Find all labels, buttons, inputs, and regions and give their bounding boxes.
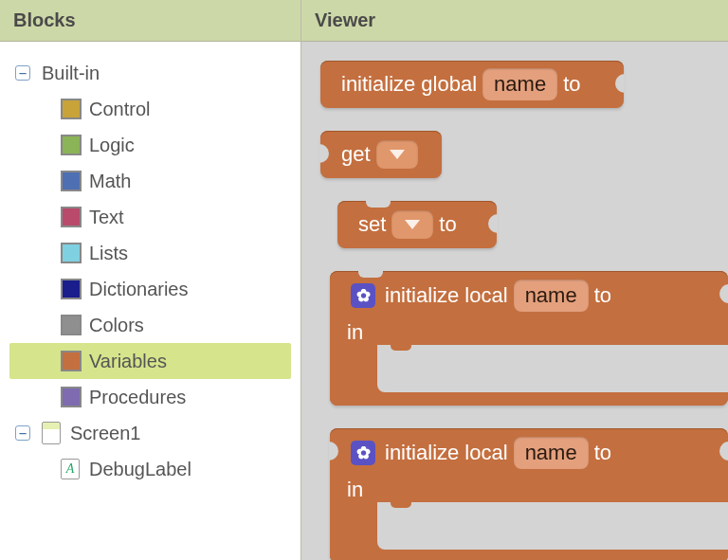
- gear-icon[interactable]: ✿: [351, 283, 375, 308]
- category-procedures[interactable]: Procedures: [9, 379, 291, 415]
- block-text: to: [439, 212, 456, 237]
- blocks-tree: − Built-in ControlLogicMathTextListsDict…: [0, 42, 300, 560]
- category-colors[interactable]: Colors: [9, 307, 291, 343]
- viewer-panel: Viewer initialize global name to get: [301, 0, 728, 560]
- category-label: Lists: [89, 243, 128, 264]
- block-get[interactable]: get: [320, 131, 442, 178]
- category-label: Procedures: [89, 387, 186, 408]
- variable-dropdown[interactable]: [391, 210, 433, 239]
- category-math[interactable]: Math: [9, 163, 291, 199]
- block-text: to: [563, 72, 580, 97]
- tree-builtin[interactable]: − Built-in: [9, 55, 291, 91]
- statement-mouth[interactable]: [377, 345, 728, 392]
- block-text: initialize global: [341, 72, 477, 97]
- category-label: Control: [89, 99, 150, 120]
- category-swatch-icon: [61, 351, 82, 371]
- category-label: Text: [89, 207, 124, 228]
- category-label: Logic: [89, 135, 135, 156]
- tree-screen1-label: Screen1: [70, 423, 141, 444]
- block-initialize-local-expression[interactable]: ✿ initialize local name to in: [330, 428, 728, 560]
- category-swatch-icon: [61, 99, 82, 119]
- category-swatch-icon: [61, 207, 82, 227]
- statement-notch: [366, 200, 391, 208]
- block-text: in: [347, 478, 363, 502]
- block-text: to: [594, 283, 611, 308]
- category-variables[interactable]: Variables: [9, 343, 291, 379]
- blocks-panel: Blocks − Built-in ControlLogicMathTextLi…: [0, 0, 301, 560]
- category-dictionaries[interactable]: Dictionaries: [9, 271, 291, 307]
- screen-icon: [42, 422, 61, 444]
- block-text: initialize local: [385, 283, 508, 308]
- block-text: get: [341, 142, 371, 167]
- block-text: initialize local: [385, 441, 508, 465]
- gear-icon[interactable]: ✿: [351, 441, 375, 465]
- category-logic[interactable]: Logic: [9, 127, 291, 163]
- category-swatch-icon: [61, 171, 82, 191]
- block-set[interactable]: set to: [337, 201, 497, 248]
- block-initialize-global[interactable]: initialize global name to: [320, 61, 624, 108]
- category-label: Variables: [89, 351, 167, 372]
- category-swatch-icon: [61, 135, 82, 155]
- viewer-panel-title: Viewer: [315, 9, 375, 31]
- tree-debuglabel-label: DebugLabel: [89, 459, 191, 480]
- category-control[interactable]: Control: [9, 91, 291, 127]
- app-root: Blocks − Built-in ControlLogicMathTextLi…: [0, 0, 728, 560]
- variable-dropdown[interactable]: [376, 140, 418, 169]
- category-swatch-icon: [61, 315, 82, 335]
- statement-notch: [358, 270, 383, 278]
- category-swatch-icon: [61, 243, 82, 263]
- blocks-panel-title: Blocks: [13, 9, 76, 31]
- tree-screen1[interactable]: − Screen1: [9, 415, 291, 451]
- block-text: set: [358, 212, 386, 237]
- category-text[interactable]: Text: [9, 199, 291, 235]
- tree-builtin-label: Built-in: [42, 63, 100, 84]
- variable-name-field[interactable]: name: [514, 437, 589, 469]
- viewer-canvas[interactable]: initialize global name to get set: [301, 42, 728, 560]
- statement-mouth[interactable]: [377, 502, 728, 550]
- category-swatch-icon: [61, 279, 82, 299]
- variable-name-field[interactable]: name: [482, 68, 557, 100]
- label-component-icon: A: [61, 459, 80, 479]
- variable-name-field[interactable]: name: [514, 280, 589, 312]
- block-text: to: [594, 441, 611, 465]
- collapse-icon[interactable]: −: [15, 65, 30, 81]
- category-lists[interactable]: Lists: [9, 235, 291, 271]
- block-initialize-local-statement[interactable]: ✿ initialize local name to in: [330, 271, 728, 406]
- block-text: in: [347, 320, 363, 345]
- collapse-icon[interactable]: −: [15, 425, 30, 441]
- viewer-panel-header: Viewer: [301, 0, 728, 42]
- category-label: Math: [89, 171, 131, 192]
- tree-debuglabel[interactable]: A DebugLabel: [9, 451, 291, 487]
- category-swatch-icon: [61, 387, 82, 407]
- category-label: Colors: [89, 315, 144, 336]
- blocks-panel-header: Blocks: [0, 0, 300, 42]
- category-label: Dictionaries: [89, 279, 188, 300]
